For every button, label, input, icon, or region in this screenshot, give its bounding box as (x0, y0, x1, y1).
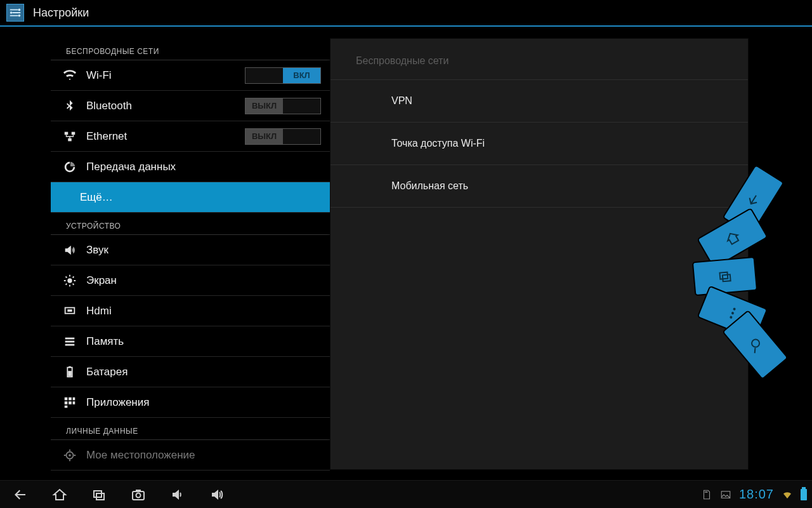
bluetooth-toggle[interactable]: ВЫКЛ (245, 98, 321, 114)
sdcard-icon (701, 489, 712, 500)
sound-icon (62, 243, 77, 258)
svg-rect-9 (65, 337, 75, 339)
sidebar-item-label: Приложения (86, 396, 149, 409)
sidebar-item-label: Bluetooth (86, 100, 132, 112)
nav-home-button[interactable] (44, 483, 75, 507)
sidebar-item-label: Hdmi (86, 305, 112, 318)
sidebar-item-location[interactable]: Мое местоположение (51, 440, 330, 471)
svg-rect-17 (73, 397, 75, 400)
sidebar-item-wifi[interactable]: Wi-Fi ВКЛ (51, 60, 330, 91)
sidebar-item-label: Передача данных (86, 161, 176, 173)
nav-volume-up-button[interactable] (202, 483, 232, 507)
sidebar-item-hdmi[interactable]: Hdmi (51, 296, 330, 326)
nav-back-button[interactable] (5, 483, 36, 507)
svg-rect-3 (65, 131, 69, 135)
sidebar-item-display[interactable]: Экран (51, 265, 330, 296)
svg-rect-20 (73, 401, 75, 404)
svg-point-2 (18, 15, 21, 17)
content-area: БЕСПРОВОДНЫЕ СЕТИ Wi-Fi ВКЛ Bluetooth ВЫ… (0, 27, 812, 480)
nav-volume-down-button[interactable] (162, 483, 193, 507)
svg-rect-11 (65, 344, 75, 345)
section-title-device: УСТРОЙСТВО (51, 213, 330, 235)
sidebar-item-label: Звук (86, 244, 108, 257)
sidebar-item-label: Мое местоположение (86, 449, 195, 462)
data-usage-icon (62, 159, 77, 175)
ethernet-toggle[interactable]: ВЫКЛ (245, 128, 321, 145)
svg-rect-14 (68, 371, 72, 376)
storage-icon (62, 334, 77, 349)
wifi-signal-icon (782, 489, 793, 500)
sidebar-item-ethernet[interactable]: Ethernet ВЫКЛ (51, 121, 330, 152)
sidebar-item-more[interactable]: Ещё… (51, 182, 330, 213)
panel-item-mobile-network[interactable]: Мобильная сеть (331, 165, 748, 208)
svg-rect-10 (65, 340, 75, 342)
section-title-personal: ЛИЧНЫЕ ДАННЫЕ (51, 418, 330, 440)
system-bar: 18:07 (0, 480, 812, 508)
svg-rect-4 (72, 131, 75, 135)
svg-point-28 (729, 316, 732, 319)
svg-rect-8 (67, 309, 72, 312)
nav-recents-button[interactable] (84, 483, 114, 507)
svg-rect-21 (65, 405, 68, 408)
fan-recents-button[interactable] (693, 258, 756, 295)
wifi-toggle[interactable]: ВКЛ (245, 67, 321, 84)
status-clock[interactable]: 18:07 (739, 487, 774, 502)
detail-panel: Беспроводные сети VPN Точка доступа Wi-F… (330, 38, 749, 470)
panel-item-vpn[interactable]: VPN (331, 80, 748, 123)
sidebar-item-label: Ещё… (80, 191, 113, 204)
sidebar-item-battery[interactable]: Батарея (51, 357, 330, 387)
sidebar-item-storage[interactable]: Память (51, 326, 330, 357)
svg-rect-16 (69, 397, 72, 400)
display-icon (62, 273, 77, 288)
nav-screenshot-button[interactable] (123, 483, 154, 507)
svg-point-0 (18, 9, 21, 11)
svg-point-1 (10, 11, 13, 14)
sidebar-item-data-usage[interactable]: Передача данных (51, 152, 330, 182)
svg-point-27 (731, 311, 734, 314)
svg-point-23 (69, 454, 71, 457)
sidebar-item-label: Ethernet (86, 130, 127, 143)
image-icon (720, 489, 731, 500)
svg-rect-18 (65, 401, 68, 404)
section-title-wireless: БЕСПРОВОДНЫЕ СЕТИ (51, 38, 330, 60)
page-title: Настройки (33, 6, 89, 20)
battery-icon (62, 364, 77, 380)
settings-icon (6, 4, 24, 22)
svg-rect-13 (69, 366, 71, 367)
apps-icon (62, 395, 77, 410)
sidebar-item-sound[interactable]: Звук (51, 235, 330, 265)
svg-point-29 (750, 338, 761, 349)
panel-item-hotspot[interactable]: Точка доступа Wi-Fi (331, 123, 748, 165)
sidebar-item-bluetooth[interactable]: Bluetooth ВЫКЛ (51, 91, 330, 121)
panel-title: Беспроводные сети (331, 39, 748, 80)
bluetooth-icon (62, 98, 77, 114)
svg-point-6 (67, 278, 72, 283)
sidebar-item-apps[interactable]: Приложения (51, 387, 330, 418)
sidebar-item-label: Память (86, 335, 124, 348)
location-icon (62, 448, 77, 463)
svg-rect-19 (69, 401, 72, 404)
svg-point-33 (136, 493, 141, 497)
svg-rect-5 (68, 138, 72, 141)
svg-point-26 (733, 307, 736, 311)
svg-rect-15 (65, 397, 68, 400)
svg-rect-34 (136, 490, 141, 491)
hdmi-icon (62, 304, 77, 319)
sidebar-item-label: Экран (86, 274, 117, 287)
settings-sidebar: БЕСПРОВОДНЫЕ СЕТИ Wi-Fi ВКЛ Bluetooth ВЫ… (51, 38, 330, 480)
wifi-icon (62, 68, 77, 83)
app-top-bar: Настройки (0, 0, 812, 27)
ethernet-icon (62, 129, 77, 144)
battery-status-icon (801, 489, 807, 500)
sidebar-item-label: Батарея (86, 366, 128, 378)
sidebar-item-label: Wi-Fi (86, 69, 112, 82)
